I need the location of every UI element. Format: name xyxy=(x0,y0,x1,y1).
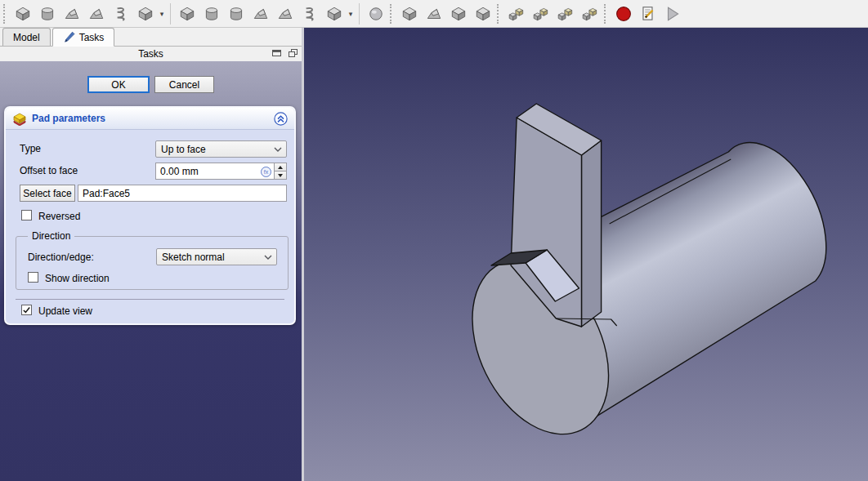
offset-spinbox: fx xyxy=(155,163,287,180)
dialog-title: Pad parameters xyxy=(32,113,105,124)
subtractive-primitives-dropdown[interactable]: ▾ xyxy=(347,2,355,25)
collapse-chevron-icon xyxy=(274,112,288,126)
collapse-button[interactable] xyxy=(274,112,288,126)
type-combobox-value: Up to face xyxy=(161,144,206,155)
macro-execute-icon[interactable] xyxy=(661,2,684,25)
boolean-operation-icon[interactable] xyxy=(365,2,387,25)
additive-helix-icon[interactable] xyxy=(110,2,132,25)
plate-side-face[interactable] xyxy=(581,140,601,327)
revolution-icon[interactable] xyxy=(36,2,59,25)
main-toolbar: ▾ ▾ xyxy=(0,0,868,28)
combo-chevron-icon xyxy=(264,255,272,260)
offset-input[interactable] xyxy=(156,166,274,177)
direction-edge-label: Direction/edge: xyxy=(28,252,94,263)
tab-tasks[interactable]: Tasks xyxy=(52,28,115,47)
face-reference-input[interactable] xyxy=(78,185,286,201)
hole-icon[interactable] xyxy=(200,2,223,25)
update-view-label: Update view xyxy=(38,305,92,317)
reversed-label: Reversed xyxy=(38,211,80,222)
expression-fx-icon[interactable]: fx xyxy=(261,167,271,177)
additive-primitives-icon[interactable] xyxy=(134,2,157,25)
thickness-icon[interactable] xyxy=(472,2,494,25)
draft-icon[interactable] xyxy=(447,2,470,25)
toolbar-drag-handle[interactable] xyxy=(497,4,501,24)
type-combobox[interactable]: Up to face xyxy=(155,140,287,158)
additive-loft-icon[interactable] xyxy=(60,2,83,25)
face-reference-field xyxy=(78,185,287,202)
tab-model[interactable]: Model xyxy=(2,28,51,46)
additive-primitives-dropdown[interactable]: ▾ xyxy=(158,2,166,25)
tab-model-label: Model xyxy=(13,32,40,43)
toolbar-drag-handle[interactable] xyxy=(390,4,394,24)
panel-titlebar: Tasks xyxy=(0,47,302,61)
subtractive-pipe-icon[interactable] xyxy=(274,2,297,25)
groove-icon[interactable] xyxy=(225,2,248,25)
show-direction-label: Show direction xyxy=(45,273,110,284)
toolbar-separator xyxy=(170,3,171,24)
toolbar-drag-handle[interactable] xyxy=(604,4,608,24)
pencil-icon xyxy=(63,31,75,43)
macro-edit-icon[interactable] xyxy=(637,2,660,25)
panel-tabbar: Model Tasks xyxy=(0,28,302,47)
toolbar-drag-handle[interactable] xyxy=(3,4,7,24)
offset-label: Offset to face xyxy=(20,165,78,176)
pad-parameters-icon xyxy=(12,111,27,126)
float-icon[interactable] xyxy=(289,49,298,57)
subtractive-primitives-icon[interactable] xyxy=(323,2,346,25)
pad-parameters-body: Type Up to face Offset to face xyxy=(6,130,294,326)
spin-down-button[interactable] xyxy=(275,171,286,179)
direction-edge-value: Sketch normal xyxy=(162,252,225,263)
direction-groupbox: Direction Direction/edge: Sketch normal … xyxy=(16,236,289,290)
subtractive-loft-icon[interactable] xyxy=(249,2,272,25)
type-label: Type xyxy=(20,143,41,154)
combo-chevron-icon xyxy=(274,147,282,152)
pocket-icon[interactable] xyxy=(176,2,199,25)
pad-icon[interactable] xyxy=(11,2,34,25)
pad-parameters-header[interactable]: Pad parameters xyxy=(6,108,294,130)
macro-record-icon[interactable] xyxy=(612,2,635,25)
fillet-icon[interactable] xyxy=(398,2,421,25)
additive-pipe-icon[interactable] xyxy=(85,2,108,25)
multitransform-icon[interactable] xyxy=(579,2,602,25)
update-view-checkbox[interactable] xyxy=(21,305,32,315)
tasks-content: OK Cancel Pad parameters Type xyxy=(0,61,302,481)
select-face-button[interactable]: Select face xyxy=(20,185,75,202)
direction-edge-combobox[interactable]: Sketch normal xyxy=(156,248,277,265)
chamfer-icon[interactable] xyxy=(423,2,445,25)
dock-icon[interactable] xyxy=(272,49,281,57)
tab-tasks-label: Tasks xyxy=(79,32,105,43)
toolbar-separator xyxy=(359,3,360,24)
cancel-button[interactable]: Cancel xyxy=(154,76,214,93)
separator-line xyxy=(16,299,284,300)
pad-parameters-dialog: Pad parameters Type Up to face xyxy=(4,106,296,325)
3d-viewport[interactable] xyxy=(304,28,868,481)
direction-group-title: Direction xyxy=(28,230,74,242)
linear-pattern-icon[interactable] xyxy=(530,2,553,25)
mirrored-icon[interactable] xyxy=(505,2,528,25)
subtractive-helix-icon[interactable] xyxy=(298,2,321,25)
freecad-window: ▾ ▾ Model xyxy=(0,0,868,481)
reversed-checkbox[interactable] xyxy=(21,210,32,220)
spin-up-button[interactable] xyxy=(275,163,286,171)
ok-button[interactable]: OK xyxy=(87,76,150,93)
task-panel: Model Tasks Tasks OK Cancel xyxy=(0,28,304,481)
polar-pattern-icon[interactable] xyxy=(554,2,577,25)
check-icon xyxy=(22,305,31,314)
show-direction-checkbox[interactable] xyxy=(28,272,38,283)
panel-title: Tasks xyxy=(138,48,163,60)
